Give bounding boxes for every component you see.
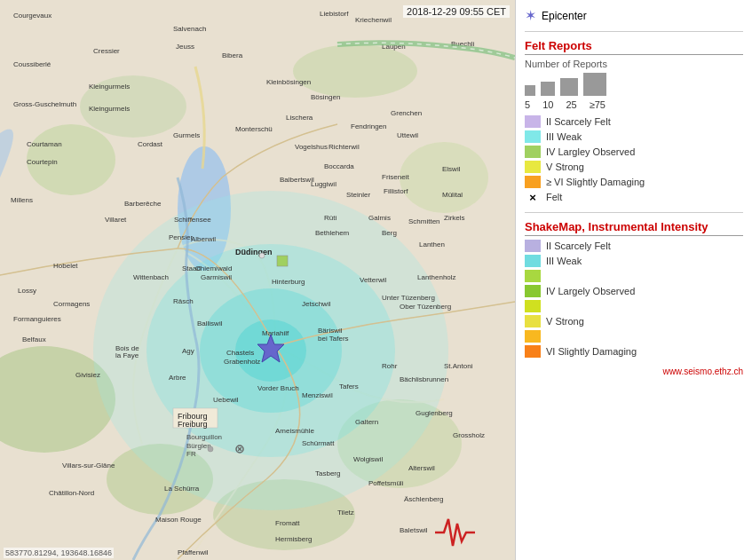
square-75 — [583, 73, 606, 96]
svg-text:Monterschü: Monterschü — [235, 125, 273, 133]
svg-text:Wolgiswil: Wolgiswil — [353, 455, 383, 463]
map-canvas: Fribourg Freiburg Bourguillon Bürglen FR… — [0, 0, 515, 560]
svg-text:Bürglen: Bürglen — [186, 442, 211, 450]
svg-text:Hermisberg: Hermisberg — [275, 535, 312, 543]
svg-text:Unter Tüzenberg: Unter Tüzenberg — [382, 294, 435, 302]
svg-text:Vogelshus: Vogelshus — [295, 143, 328, 151]
svg-text:Bibera: Bibera — [222, 51, 243, 59]
svg-text:Tasberg: Tasberg — [315, 469, 340, 477]
svg-text:Schürmatt: Schürmatt — [302, 439, 335, 447]
svg-text:Boccarda: Boccarda — [324, 162, 354, 170]
svg-text:Formanguieres: Formanguieres — [13, 315, 61, 323]
svg-text:Lanthen: Lanthen — [419, 241, 445, 248]
svg-rect-14 — [277, 256, 288, 266]
svg-text:Lischera: Lischera — [286, 114, 313, 122]
svg-text:Pensier: Pensier — [169, 233, 193, 241]
felt-reports-section: Felt Reports Number of Reports 5 10 25 ≥… — [525, 39, 743, 203]
svg-text:Kriechenwil: Kriechenwil — [355, 16, 392, 24]
svg-text:Menziswil: Menziswil — [302, 391, 333, 399]
svg-text:Fendringen: Fendringen — [351, 122, 386, 130]
svg-text:Gross-Guschelmuth: Gross-Guschelmuth — [13, 100, 76, 108]
svg-text:Barberêche: Barberêche — [124, 200, 162, 208]
legend-item-0: II Scarcely Felt — [525, 115, 743, 128]
square-25 — [560, 78, 578, 96]
svg-text:Bächlisbrunnen: Bächlisbrunnen — [400, 375, 448, 383]
svg-text:Guglenberg: Guglenberg — [416, 409, 453, 417]
legend-item-4: ≥ VI Slightly Damaging — [525, 176, 743, 188]
svg-point-23 — [259, 253, 265, 258]
epicenter-row: ✶ Epicenter — [525, 7, 743, 24]
svg-text:St.Antoni: St.Antoni — [444, 362, 473, 370]
svg-text:Givisiez: Givisiez — [75, 371, 100, 379]
star-icon: ✶ — [525, 7, 536, 24]
svg-text:Kleingurmels: Kleingurmels — [89, 105, 130, 113]
svg-text:Galmis: Galmis — [368, 214, 391, 222]
felt-reports-title: Felt Reports — [525, 39, 743, 55]
svg-text:Elswil: Elswil — [442, 165, 461, 173]
svg-text:Courgevaux: Courgevaux — [13, 12, 51, 20]
seismo-credit: www.seismo.ethz.ch — [525, 367, 743, 376]
shake-label-largely-observed: IV Largely Observed — [546, 286, 635, 296]
svg-text:Jetschwil: Jetschwil — [302, 300, 331, 308]
svg-text:Cordast: Cordast — [138, 140, 163, 148]
report-labels: 5 10 25 ≥75 — [525, 99, 743, 110]
shake-color-strong — [525, 315, 541, 327]
svg-text:Uebewil: Uebewil — [213, 396, 239, 404]
shake-color-slightly-damaging — [525, 345, 541, 358]
shake-item-5: V Strong — [525, 315, 743, 327]
svg-text:Wittenbach: Wittenbach — [133, 273, 169, 281]
label-felt: Felt — [546, 192, 562, 202]
svg-text:bei Tafers: bei Tafers — [318, 335, 349, 343]
svg-text:Baletswil: Baletswil — [400, 526, 428, 534]
svg-text:Cormagens: Cormagens — [53, 300, 90, 308]
shake-item-1: III Weak — [525, 255, 743, 267]
shake-color-6 — [525, 330, 541, 343]
svg-text:Vorder Bruch: Vorder Bruch — [257, 384, 299, 392]
svg-text:Schiffensee: Schiffensee — [174, 216, 211, 224]
divider-2 — [525, 212, 743, 213]
map-area: Fribourg Freiburg Bourguillon Bürglen FR… — [0, 0, 515, 560]
legend-item-3: V Strong — [525, 161, 743, 173]
label-weak: III Weak — [546, 131, 582, 142]
svg-text:Mariahilf: Mariahilf — [262, 329, 289, 337]
svg-text:Fillistorf: Fillistorf — [384, 187, 408, 195]
shake-item-3: IV Largely Observed — [525, 285, 743, 297]
shake-color-largely-observed — [525, 285, 541, 297]
svg-text:Richterwil: Richterwil — [329, 143, 360, 151]
svg-text:La Schürra: La Schürra — [164, 485, 200, 493]
svg-text:Tafers: Tafers — [339, 383, 359, 390]
svg-text:Ober Tüzenberg: Ober Tüzenberg — [400, 303, 451, 311]
svg-text:Bethlehem: Bethlehem — [315, 229, 350, 237]
svg-text:Hinterburg: Hinterburg — [272, 278, 305, 286]
felt-reports-subtitle: Number of Reports — [525, 59, 743, 69]
svg-text:Gurmels: Gurmels — [173, 131, 200, 139]
shake-color-4 — [525, 300, 541, 312]
shake-label-strong: V Strong — [546, 316, 584, 327]
svg-text:Bäriswil: Bäriswil — [318, 327, 343, 335]
svg-text:Bourguillon: Bourguillon — [186, 433, 222, 441]
label-slightly-damaging: ≥ VI Slightly Damaging — [546, 177, 645, 187]
svg-text:Agy: Agy — [182, 347, 194, 355]
svg-text:Schmitten: Schmitten — [408, 217, 440, 225]
svg-text:Düdingen: Düdingen — [235, 248, 273, 256]
svg-text:Tiletz: Tiletz — [337, 509, 354, 517]
svg-text:Rüti: Rüti — [324, 214, 336, 222]
svg-text:Berg: Berg — [382, 229, 397, 237]
svg-text:Lanthenholz: Lanthenholz — [417, 273, 456, 281]
shake-color-3 — [525, 270, 541, 282]
svg-text:Salvenach: Salvenach — [173, 25, 206, 33]
shake-item-4 — [525, 300, 743, 312]
shakemap-title: ShakeMap, Instrumental Intensity — [525, 220, 743, 236]
svg-text:Pfaffenwil: Pfaffenwil — [178, 548, 209, 556]
svg-text:Belfaux: Belfaux — [22, 335, 46, 343]
label-strong: V Strong — [546, 162, 584, 172]
shake-color-scarcely-felt — [525, 240, 541, 252]
shake-item-7: VI Slightly Damaging — [525, 345, 743, 358]
svg-text:Galtern: Galtern — [355, 418, 378, 426]
svg-text:Courtaman: Courtaman — [27, 140, 62, 148]
svg-text:Millens: Millens — [11, 196, 33, 204]
legend-item-5: × Felt — [525, 191, 743, 203]
svg-text:Courtepin: Courtepin — [27, 158, 58, 166]
color-strong — [525, 161, 541, 173]
svg-text:Liebistorf: Liebistorf — [320, 10, 349, 18]
